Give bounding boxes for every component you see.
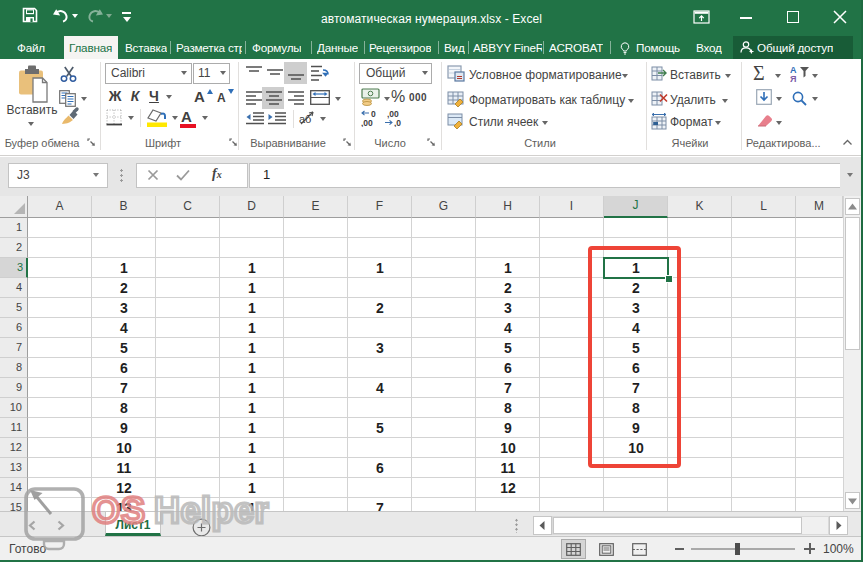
svg-text:aб: aб	[299, 113, 311, 125]
svg-text:,00: ,00	[361, 118, 373, 127]
svg-text:Я: Я	[790, 74, 796, 82]
svg-text:,0: ,0	[394, 118, 401, 127]
